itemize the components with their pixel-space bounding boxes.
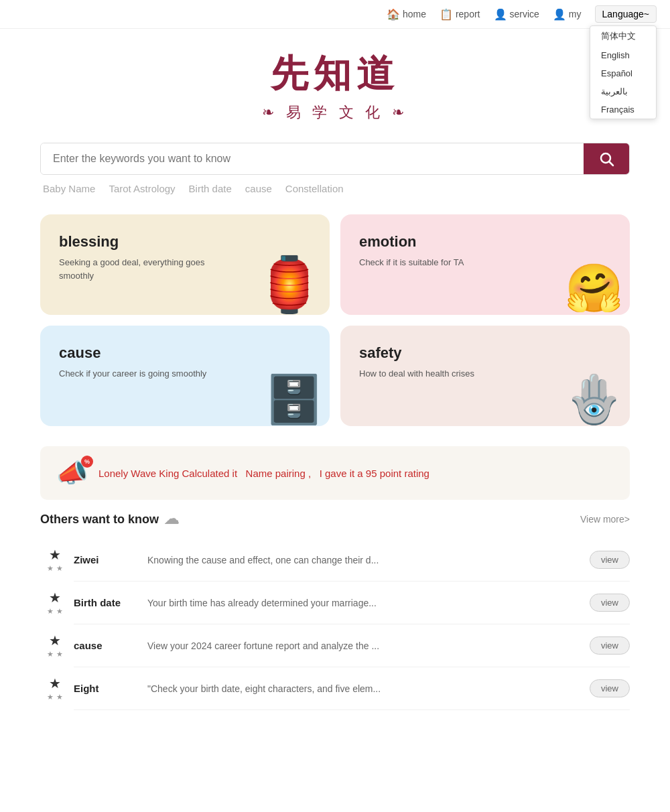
nav-report[interactable]: 📋 report	[440, 8, 480, 21]
service-icon: 👤	[494, 8, 507, 21]
lang-option-fr[interactable]: Français	[590, 100, 656, 119]
item-desc-1: Knowing the cause and effect, one can ch…	[147, 555, 576, 565]
others-section: Others want to know ☁ View more> ★ ★★ Zi…	[40, 511, 630, 710]
card-blessing-image: 🏮	[256, 258, 323, 312]
nav-service-label: service	[510, 9, 539, 19]
card-safety-title: safety	[359, 344, 611, 362]
lang-option-ar[interactable]: بالعربية	[590, 82, 656, 100]
language-dropdown: 简体中文 English Español بالعربية Français	[590, 25, 657, 119]
banner-icon-wrapper: 📣 %	[56, 458, 88, 488]
tag-cause[interactable]: cause	[245, 183, 272, 194]
lang-option-zh[interactable]: 简体中文	[590, 26, 656, 46]
card-cause[interactable]: cause Check if your career is going smoo…	[40, 326, 330, 426]
item-desc-3: View your 2024 career fortune report and…	[147, 640, 576, 651]
lang-option-en[interactable]: English	[590, 46, 656, 64]
search-button[interactable]	[584, 143, 629, 174]
nav-report-label: report	[456, 9, 480, 19]
card-emotion-title: emotion	[359, 233, 611, 251]
item-category-1: Ziwei	[74, 554, 134, 565]
svg-line-1	[610, 162, 614, 166]
nav-home-label: home	[403, 9, 426, 19]
card-cause-desc: Check if your career is going smoothly	[59, 367, 210, 381]
list-item: ★ ★★ Ziwei Knowing the cause and effect,…	[74, 539, 630, 582]
site-header: 先知道 ❧ 易 学 文 化 ❧	[0, 29, 670, 129]
banner-text: Lonely Wave King Calculated it Name pair…	[98, 468, 429, 479]
item-category-2: Birth date	[74, 597, 134, 608]
card-cause-image: 🗄️	[265, 376, 323, 423]
star-decoration-4: ★ ★★	[47, 675, 63, 701]
search-section: Baby Name Tarot Astrology Birth date cau…	[0, 129, 670, 201]
language-button[interactable]: Language~	[595, 5, 657, 23]
star-decoration-1: ★ ★★	[47, 547, 63, 573]
others-title: Others want to know ☁	[40, 511, 179, 528]
view-button-2[interactable]: view	[590, 594, 630, 612]
list-item: ★ ★★ cause View your 2024 career fortune…	[74, 624, 630, 667]
search-bar	[40, 143, 630, 175]
lang-option-es[interactable]: Español	[590, 64, 656, 82]
cards-grid: blessing Seeking a good deal, everything…	[0, 201, 670, 439]
card-emotion[interactable]: emotion Check if it is suitable for TA 🤗	[340, 214, 630, 315]
tag-constellation[interactable]: Constellation	[285, 183, 344, 194]
main-title: 先知道	[13, 49, 657, 100]
card-safety[interactable]: safety How to deal with health crises 🪬	[340, 326, 630, 426]
banner-part2: Name pairing	[246, 468, 306, 479]
nav-my-label: my	[569, 9, 582, 19]
tag-birth-date[interactable]: Birth date	[189, 183, 232, 194]
banner-part1: Lonely Wave King Calculated it	[98, 468, 237, 479]
item-category-4: Eight	[74, 683, 134, 694]
viewmore-button[interactable]: View more>	[580, 514, 630, 525]
search-input[interactable]	[41, 143, 584, 174]
item-desc-2: Your birth time has already determined y…	[147, 598, 576, 608]
card-cause-title: cause	[59, 344, 311, 362]
list-item: ★ ★★ Eight "Check your birth date, eight…	[74, 667, 630, 710]
report-icon: 📋	[440, 8, 453, 21]
others-title-text: Others want to know	[40, 513, 159, 527]
card-safety-desc: How to deal with health crises	[359, 367, 511, 381]
promo-banner[interactable]: 📣 % Lonely Wave King Calculated it Name …	[40, 446, 630, 500]
my-icon: 👤	[553, 8, 566, 21]
item-category-3: cause	[74, 640, 134, 651]
list-item: ★ ★★ Birth date Your birth time has alre…	[74, 582, 630, 624]
home-icon: 🏠	[387, 8, 400, 21]
card-safety-image: 🪬	[565, 376, 623, 423]
others-header: Others want to know ☁ View more>	[40, 511, 630, 528]
tag-tarot[interactable]: Tarot Astrology	[109, 183, 175, 194]
card-emotion-image: 🤗	[565, 265, 623, 312]
discount-badge: %	[81, 456, 93, 468]
language-label: Language~	[602, 9, 649, 19]
sub-title: ❧ 易 学 文 化 ❧	[13, 103, 657, 123]
nav-my[interactable]: 👤 my	[553, 8, 582, 21]
navigation: 🏠 home 📋 report 👤 service 👤 my Language~…	[0, 0, 670, 29]
nav-service[interactable]: 👤 service	[494, 8, 539, 21]
card-emotion-desc: Check if it is suitable for TA	[359, 256, 511, 269]
star-decoration-2: ★ ★★	[47, 590, 63, 616]
banner-part3: I gave it a 95 point rating	[320, 468, 429, 479]
card-blessing-desc: Seeking a good deal, everything goes smo…	[59, 256, 210, 282]
card-blessing[interactable]: blessing Seeking a good deal, everything…	[40, 214, 330, 315]
list-container: ★ ★★ Ziwei Knowing the cause and effect,…	[40, 539, 630, 710]
nav-home[interactable]: 🏠 home	[387, 8, 426, 21]
cloud-icon: ☁	[164, 511, 179, 528]
card-blessing-title: blessing	[59, 233, 311, 251]
search-icon	[598, 151, 614, 167]
view-button-3[interactable]: view	[590, 636, 630, 655]
search-tags: Baby Name Tarot Astrology Birth date cau…	[40, 175, 630, 194]
tag-baby-name[interactable]: Baby Name	[43, 183, 95, 194]
banner-separator: ,	[308, 468, 311, 479]
star-decoration-3: ★ ★★	[47, 632, 63, 659]
item-desc-4: "Check your birth date, eight characters…	[147, 683, 576, 694]
view-button-4[interactable]: view	[590, 679, 630, 697]
view-button-1[interactable]: view	[590, 551, 630, 569]
